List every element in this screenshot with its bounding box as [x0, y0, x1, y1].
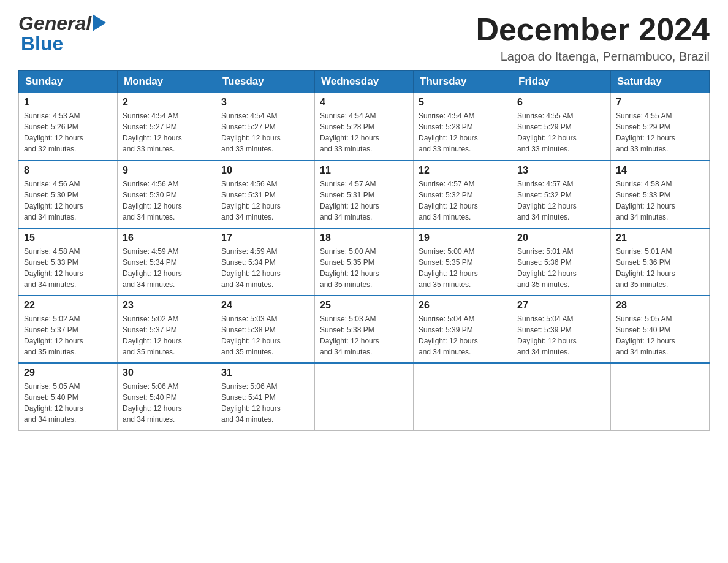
calendar-day-cell: 18 Sunrise: 5:00 AMSunset: 5:35 PMDaylig…	[315, 228, 414, 296]
day-info: Sunrise: 4:53 AMSunset: 5:26 PMDaylight:…	[24, 112, 83, 153]
calendar-day-cell: 27 Sunrise: 5:04 AMSunset: 5:39 PMDaylig…	[512, 296, 611, 363]
calendar-day-cell: 14 Sunrise: 4:58 AMSunset: 5:33 PMDaylig…	[611, 161, 710, 228]
day-number: 28	[616, 300, 704, 311]
logo-general: General	[18, 12, 91, 35]
calendar-day-cell: 2 Sunrise: 4:54 AMSunset: 5:27 PMDayligh…	[118, 93, 216, 161]
weekday-header-friday: Friday	[512, 71, 611, 93]
day-info: Sunrise: 5:03 AMSunset: 5:38 PMDaylight:…	[320, 315, 379, 356]
calendar-day-cell	[512, 363, 611, 431]
calendar-day-cell: 11 Sunrise: 4:57 AMSunset: 5:31 PMDaylig…	[315, 161, 414, 228]
calendar-day-cell	[315, 363, 414, 431]
calendar-week-row: 1 Sunrise: 4:53 AMSunset: 5:26 PMDayligh…	[19, 93, 710, 161]
day-number: 16	[123, 232, 211, 243]
calendar-day-cell: 20 Sunrise: 5:01 AMSunset: 5:36 PMDaylig…	[512, 228, 611, 296]
calendar-day-cell	[611, 363, 710, 431]
day-number: 13	[517, 165, 605, 176]
weekday-header-monday: Monday	[118, 71, 216, 93]
calendar-day-cell: 22 Sunrise: 5:02 AMSunset: 5:37 PMDaylig…	[19, 296, 118, 363]
day-number: 5	[419, 97, 507, 108]
calendar-week-row: 29 Sunrise: 5:05 AMSunset: 5:40 PMDaylig…	[19, 363, 710, 431]
calendar-day-cell: 17 Sunrise: 4:59 AMSunset: 5:34 PMDaylig…	[216, 228, 315, 296]
calendar-day-cell: 8 Sunrise: 4:56 AMSunset: 5:30 PMDayligh…	[19, 161, 118, 228]
logo-triangle-icon	[93, 14, 106, 31]
day-info: Sunrise: 4:58 AMSunset: 5:33 PMDaylight:…	[616, 180, 675, 221]
day-info: Sunrise: 4:56 AMSunset: 5:30 PMDaylight:…	[24, 180, 83, 221]
day-info: Sunrise: 4:58 AMSunset: 5:33 PMDaylight:…	[24, 247, 83, 289]
day-number: 2	[123, 97, 211, 108]
calendar-day-cell: 12 Sunrise: 4:57 AMSunset: 5:32 PMDaylig…	[414, 161, 512, 228]
day-number: 29	[24, 367, 112, 378]
calendar-week-row: 22 Sunrise: 5:02 AMSunset: 5:37 PMDaylig…	[19, 296, 710, 363]
calendar-week-row: 15 Sunrise: 4:58 AMSunset: 5:33 PMDaylig…	[19, 228, 710, 296]
day-info: Sunrise: 4:55 AMSunset: 5:29 PMDaylight:…	[517, 112, 577, 153]
page-header: General Blue December 2024 Lagoa do Itae…	[18, 12, 710, 64]
day-info: Sunrise: 5:06 AMSunset: 5:41 PMDaylight:…	[221, 382, 281, 424]
day-number: 11	[320, 165, 408, 176]
day-number: 20	[517, 232, 605, 243]
day-info: Sunrise: 5:06 AMSunset: 5:40 PMDaylight:…	[123, 382, 182, 424]
calendar-day-cell: 5 Sunrise: 4:54 AMSunset: 5:28 PMDayligh…	[414, 93, 512, 161]
calendar-day-cell: 25 Sunrise: 5:03 AMSunset: 5:38 PMDaylig…	[315, 296, 414, 363]
day-number: 8	[24, 165, 112, 176]
day-number: 7	[616, 97, 704, 108]
day-info: Sunrise: 5:01 AMSunset: 5:36 PMDaylight:…	[616, 247, 675, 289]
day-info: Sunrise: 5:04 AMSunset: 5:39 PMDaylight:…	[517, 315, 577, 356]
calendar-day-cell: 30 Sunrise: 5:06 AMSunset: 5:40 PMDaylig…	[118, 363, 216, 431]
calendar-day-cell: 7 Sunrise: 4:55 AMSunset: 5:29 PMDayligh…	[611, 93, 710, 161]
calendar-day-cell: 19 Sunrise: 5:00 AMSunset: 5:35 PMDaylig…	[414, 228, 512, 296]
day-info: Sunrise: 4:54 AMSunset: 5:27 PMDaylight:…	[123, 112, 182, 153]
calendar-table: SundayMondayTuesdayWednesdayThursdayFrid…	[18, 70, 710, 431]
calendar-day-cell: 13 Sunrise: 4:57 AMSunset: 5:32 PMDaylig…	[512, 161, 611, 228]
day-number: 19	[419, 232, 507, 243]
day-number: 9	[123, 165, 211, 176]
day-number: 15	[24, 232, 112, 243]
day-number: 17	[221, 232, 309, 243]
calendar-day-cell: 31 Sunrise: 5:06 AMSunset: 5:41 PMDaylig…	[216, 363, 315, 431]
day-number: 14	[616, 165, 704, 176]
day-info: Sunrise: 5:00 AMSunset: 5:35 PMDaylight:…	[419, 247, 478, 289]
day-info: Sunrise: 5:03 AMSunset: 5:38 PMDaylight:…	[221, 315, 281, 356]
day-number: 4	[320, 97, 408, 108]
day-number: 27	[517, 300, 605, 311]
day-number: 1	[24, 97, 112, 108]
day-info: Sunrise: 4:56 AMSunset: 5:31 PMDaylight:…	[221, 180, 281, 221]
day-info: Sunrise: 4:57 AMSunset: 5:32 PMDaylight:…	[517, 180, 577, 221]
weekday-header-wednesday: Wednesday	[315, 71, 414, 93]
calendar-week-row: 8 Sunrise: 4:56 AMSunset: 5:30 PMDayligh…	[19, 161, 710, 228]
weekday-header-row: SundayMondayTuesdayWednesdayThursdayFrid…	[19, 71, 710, 93]
calendar-day-cell: 10 Sunrise: 4:56 AMSunset: 5:31 PMDaylig…	[216, 161, 315, 228]
day-number: 10	[221, 165, 309, 176]
day-number: 21	[616, 232, 704, 243]
calendar-day-cell: 9 Sunrise: 4:56 AMSunset: 5:30 PMDayligh…	[118, 161, 216, 228]
day-info: Sunrise: 4:59 AMSunset: 5:34 PMDaylight:…	[221, 247, 281, 289]
day-number: 26	[419, 300, 507, 311]
weekday-header-saturday: Saturday	[611, 71, 710, 93]
calendar-day-cell	[414, 363, 512, 431]
day-info: Sunrise: 4:54 AMSunset: 5:28 PMDaylight:…	[419, 112, 478, 153]
day-info: Sunrise: 5:02 AMSunset: 5:37 PMDaylight:…	[123, 315, 182, 356]
calendar-day-cell: 23 Sunrise: 5:02 AMSunset: 5:37 PMDaylig…	[118, 296, 216, 363]
day-info: Sunrise: 5:01 AMSunset: 5:36 PMDaylight:…	[517, 247, 577, 289]
day-info: Sunrise: 4:54 AMSunset: 5:28 PMDaylight:…	[320, 112, 379, 153]
calendar-day-cell: 29 Sunrise: 5:05 AMSunset: 5:40 PMDaylig…	[19, 363, 118, 431]
day-number: 30	[123, 367, 211, 378]
calendar-day-cell: 28 Sunrise: 5:05 AMSunset: 5:40 PMDaylig…	[611, 296, 710, 363]
calendar-day-cell: 24 Sunrise: 5:03 AMSunset: 5:38 PMDaylig…	[216, 296, 315, 363]
day-info: Sunrise: 4:57 AMSunset: 5:32 PMDaylight:…	[419, 180, 478, 221]
day-number: 31	[221, 367, 309, 378]
calendar-day-cell: 16 Sunrise: 4:59 AMSunset: 5:34 PMDaylig…	[118, 228, 216, 296]
day-number: 18	[320, 232, 408, 243]
month-title: December 2024	[476, 12, 710, 47]
weekday-header-tuesday: Tuesday	[216, 71, 315, 93]
location: Lagoa do Itaenga, Pernambuco, Brazil	[476, 50, 710, 64]
calendar-day-cell: 21 Sunrise: 5:01 AMSunset: 5:36 PMDaylig…	[611, 228, 710, 296]
day-info: Sunrise: 5:05 AMSunset: 5:40 PMDaylight:…	[616, 315, 675, 356]
calendar-day-cell: 6 Sunrise: 4:55 AMSunset: 5:29 PMDayligh…	[512, 93, 611, 161]
calendar-day-cell: 3 Sunrise: 4:54 AMSunset: 5:27 PMDayligh…	[216, 93, 315, 161]
day-info: Sunrise: 5:02 AMSunset: 5:37 PMDaylight:…	[24, 315, 83, 356]
day-info: Sunrise: 4:54 AMSunset: 5:27 PMDaylight:…	[221, 112, 281, 153]
calendar-day-cell: 1 Sunrise: 4:53 AMSunset: 5:26 PMDayligh…	[19, 93, 118, 161]
title-section: December 2024 Lagoa do Itaenga, Pernambu…	[476, 12, 710, 64]
day-number: 23	[123, 300, 211, 311]
day-info: Sunrise: 4:59 AMSunset: 5:34 PMDaylight:…	[123, 247, 182, 289]
